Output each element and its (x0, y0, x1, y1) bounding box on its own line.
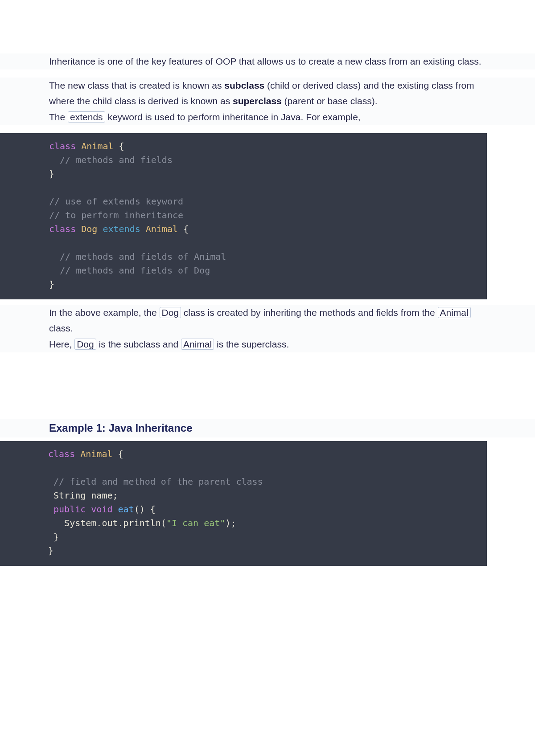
text-fragment: (parent or base class). (282, 96, 378, 106)
kw-class: class (49, 224, 76, 234)
after-text-1: In the above example, the Dog class is c… (49, 305, 486, 336)
after-text-2: Here, Dog is the subclass and Animal is … (49, 336, 486, 352)
comment: // to perform inheritance (49, 210, 183, 221)
brace: } (48, 531, 59, 542)
comment: // use of extends keyword (49, 196, 183, 207)
example-1-heading: Example 1: Java Inheritance (0, 419, 535, 437)
kw-void: void (86, 504, 112, 515)
brace: { (114, 141, 124, 151)
inline-code-animal: Animal (181, 339, 214, 350)
code-pre-2: class Animal { // field and method of th… (48, 447, 478, 558)
punc: () { (134, 504, 156, 515)
bold-superclass: superclass (233, 96, 282, 106)
type-animal: Animal (80, 449, 112, 459)
intro-paragraph-1: Inheritance is one of the key features o… (0, 53, 535, 69)
brace: { (113, 449, 123, 459)
text-fragment: is the subclass and (96, 339, 181, 349)
type-animal: Animal (81, 141, 113, 151)
inline-code-dog: Dog (160, 307, 181, 318)
text-fragment: The new class that is created is known a… (49, 80, 224, 90)
code-block-1: class Animal { // methods and fields } /… (0, 133, 487, 299)
code-pre-1: class Animal { // methods and fields } /… (49, 139, 478, 291)
brace: } (49, 168, 54, 179)
type-dog: Dog (81, 224, 97, 234)
inline-code-extends: extends (68, 111, 105, 123)
text-fragment: class. (49, 323, 73, 333)
text-fragment: class is created by inheriting the metho… (181, 307, 437, 318)
punc: ); (225, 518, 236, 528)
intro-text-3: The extends keyword is used to perform i… (49, 109, 486, 125)
brace: } (48, 545, 54, 556)
text-fragment: is the superclass. (214, 339, 289, 349)
kw-class: class (48, 449, 75, 459)
kw-extends: extends (103, 224, 140, 234)
intro-text-2: The new class that is created is known a… (49, 78, 486, 109)
code-block-2: class Animal { // field and method of th… (0, 441, 487, 566)
kw-class: class (49, 141, 76, 151)
comment: // methods and fields of Dog (49, 265, 210, 276)
text-fragment: In the above example, the (49, 307, 160, 318)
after-paragraph-block: In the above example, the Dog class is c… (0, 305, 535, 352)
text-fragment: The (49, 112, 68, 122)
text-fragment: Here, (49, 339, 74, 349)
string-literal: "I can eat" (166, 518, 225, 528)
brace: } (49, 279, 54, 290)
brace: { (178, 224, 189, 234)
comment: // methods and fields of Animal (49, 251, 226, 262)
inline-code-dog: Dog (74, 339, 96, 350)
kw-public: public (48, 504, 86, 515)
type-animal: Animal (146, 224, 178, 234)
comment: // methods and fields (49, 155, 173, 165)
comment: // field and method of the parent class (48, 476, 263, 487)
intro-paragraph-2-block: The new class that is created is known a… (0, 78, 535, 125)
text-fragment: keyword is used to perform inheritance i… (105, 112, 361, 122)
bold-subclass: subclass (224, 80, 264, 90)
field-decl: String name; (48, 490, 118, 501)
intro-text-1: Inheritance is one of the key features o… (49, 53, 486, 69)
inline-code-animal: Animal (438, 307, 471, 318)
method-eat: eat (113, 504, 134, 515)
call-println: System.out.println( (48, 518, 166, 528)
